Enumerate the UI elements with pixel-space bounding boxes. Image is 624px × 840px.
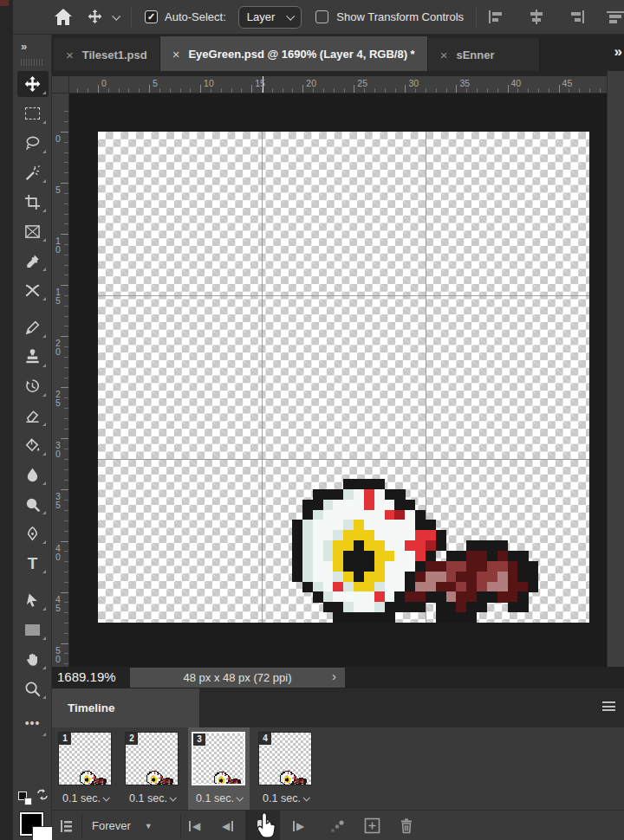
timeline-panel-tab[interactable]: Timeline <box>52 688 199 727</box>
tab-eyegreen-active[interactable]: × EyeGreen.psd @ 1690% (Layer 4, RGB/8) … <box>160 36 428 71</box>
ruler-tick <box>405 85 406 93</box>
auto-select-checkbox[interactable]: ✓ <box>145 10 158 23</box>
timeline-frame[interactable]: 2 0.1 sec. <box>121 727 183 810</box>
close-icon[interactable]: × <box>66 48 74 62</box>
ruler-tick <box>64 326 68 326</box>
tool-healing-brush[interactable] <box>17 277 49 303</box>
tool-move[interactable] <box>17 71 49 97</box>
align-left-edges-button[interactable] <box>487 10 504 24</box>
tool-pen[interactable] <box>17 520 49 546</box>
tool-magic-wand[interactable] <box>17 159 49 185</box>
hand-cursor <box>254 811 280 840</box>
ruler-tick <box>508 85 509 93</box>
panel-grip-handle[interactable] <box>21 59 43 66</box>
loop-count-dropdown[interactable]: Forever ▼ <box>92 811 153 840</box>
frame-duration-dropdown[interactable]: 0.1 sec. <box>121 792 183 804</box>
move-tool-preset[interactable] <box>88 10 102 24</box>
auto-select-target-dropdown[interactable]: Layer <box>238 6 302 29</box>
next-frame-button[interactable]: ▶ <box>293 811 304 840</box>
tool-edit-toolbar[interactable]: ••• <box>17 713 49 739</box>
timeline-frames: 1 0.1 sec. 2 0.1 sec. 3 0.1 sec. 4 <box>52 727 624 810</box>
ruler-tick <box>600 88 601 93</box>
status-expand-chevron[interactable]: › <box>332 669 336 683</box>
zoom-level-field[interactable]: 1689.19% <box>57 669 116 684</box>
home-button[interactable] <box>55 9 72 25</box>
ruler-tick <box>497 88 498 93</box>
tool-rectangle[interactable] <box>17 617 49 643</box>
frame-sprite-eyeball <box>146 771 173 785</box>
document-info[interactable]: 48 px x 48 px (72 ppi) › <box>130 668 345 688</box>
duplicate-frame-button[interactable] <box>364 811 380 840</box>
tween-button[interactable] <box>329 811 345 840</box>
convert-to-video-timeline-button[interactable] <box>59 811 75 840</box>
tool-eyedropper[interactable] <box>17 248 49 274</box>
tool-lasso[interactable] <box>17 130 49 156</box>
add-frame-icon <box>364 817 380 834</box>
ruler-label: 20 <box>306 78 316 88</box>
swap-colors-icon[interactable] <box>36 789 49 800</box>
tool-zoom[interactable] <box>17 675 49 701</box>
background-color-swatch[interactable] <box>32 826 53 840</box>
tool-eraser[interactable] <box>17 403 49 429</box>
ruler-tick <box>200 85 201 93</box>
timeline-tab-strip: Timeline <box>52 688 624 727</box>
tool-dodge[interactable] <box>17 491 49 517</box>
chevron-down-icon[interactable] <box>112 12 120 21</box>
ruler-tick <box>64 162 68 163</box>
tool-pencil[interactable] <box>17 314 49 340</box>
ruler-tick <box>549 88 549 93</box>
timeline-frame[interactable]: 3 0.1 sec. <box>188 727 250 810</box>
frame-duration-dropdown[interactable]: 0.1 sec. <box>255 792 316 804</box>
tab-senner[interactable]: × sEnner <box>428 38 540 71</box>
previous-frame-button[interactable]: ◀ <box>222 811 233 840</box>
align-top-edges-button[interactable] <box>607 10 624 24</box>
frame-thumbnail[interactable]: 1 <box>58 732 112 785</box>
ruler-tick <box>477 88 478 93</box>
canvas-area[interactable] <box>69 94 607 667</box>
document-canvas[interactable] <box>98 132 589 623</box>
timeline-frame[interactable]: 1 0.1 sec. <box>55 727 116 810</box>
align-horizontal-centers-button[interactable] <box>528 10 545 24</box>
ruler-tick <box>61 592 68 593</box>
ruler-tick <box>64 480 68 481</box>
tab-tileset1[interactable]: × Tileset1.psd <box>54 38 160 71</box>
ruler-corner-box[interactable] <box>52 76 69 94</box>
frame-thumbnail[interactable]: 2 <box>125 732 179 785</box>
horizontal-ruler[interactable]: 051015202530354045 <box>69 76 607 94</box>
tool-crop[interactable] <box>17 189 49 215</box>
frame-thumbnail[interactable]: 4 <box>258 732 312 785</box>
align-right-edges-button[interactable] <box>569 10 586 24</box>
default-colors-icon[interactable] <box>18 792 32 805</box>
delete-frame-button[interactable] <box>399 811 414 840</box>
tool-blur[interactable] <box>17 462 49 488</box>
ruler-tick <box>446 88 447 93</box>
ruler-tick <box>559 85 560 93</box>
frame-thumbnail[interactable]: 3 <box>192 732 245 785</box>
ruler-tick <box>64 531 68 532</box>
tool-path-selection[interactable] <box>17 587 49 613</box>
close-icon[interactable]: × <box>440 48 448 62</box>
options-separator <box>476 7 477 28</box>
ruler-tick <box>385 88 386 93</box>
tool-rectangular-marquee[interactable] <box>17 100 49 126</box>
frame-duration-dropdown[interactable]: 0.1 sec. <box>188 792 250 804</box>
ruler-tick <box>456 85 457 93</box>
tool-paint-bucket[interactable] <box>17 432 49 458</box>
tab-overflow-chevron[interactable]: » <box>614 43 622 61</box>
tool-clone-stamp[interactable] <box>17 344 49 370</box>
tool-type[interactable]: T <box>17 550 49 576</box>
tool-history-brush[interactable] <box>17 373 49 399</box>
tool-frame[interactable] <box>17 218 49 244</box>
vertical-ruler[interactable]: 051 01 52 02 53 03 54 04 55 0 <box>52 94 69 667</box>
ruler-tick <box>313 88 314 93</box>
tool-hand[interactable] <box>17 646 49 672</box>
close-icon[interactable]: × <box>172 47 180 61</box>
ruler-label: 15 <box>255 78 265 88</box>
ruler-tick <box>302 85 303 93</box>
timeline-frame[interactable]: 4 0.1 sec. <box>255 727 316 810</box>
first-frame-button[interactable]: ◀ <box>189 811 200 840</box>
show-transform-checkbox[interactable] <box>315 10 328 23</box>
panel-menu-icon[interactable] <box>602 701 615 714</box>
tools-overflow-chevron[interactable]: » <box>21 40 27 53</box>
frame-duration-dropdown[interactable]: 0.1 sec. <box>55 792 116 804</box>
